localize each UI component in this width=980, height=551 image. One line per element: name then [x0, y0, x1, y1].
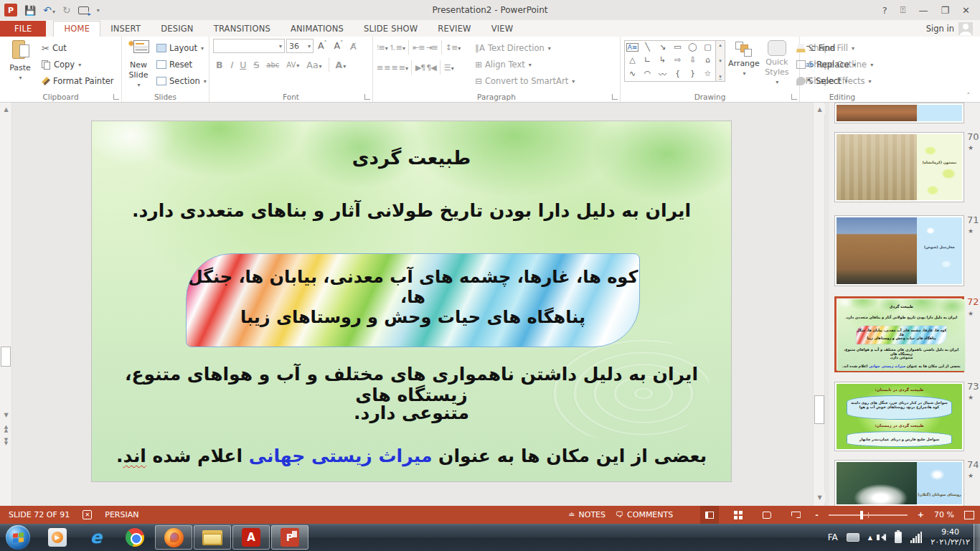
italic-button[interactable]: I	[227, 60, 236, 70]
tab-design[interactable]: DESIGN	[151, 22, 204, 37]
tab-file[interactable]: FILE	[0, 21, 46, 37]
shape-scribble-icon[interactable]: ∿	[629, 69, 636, 78]
tab-slideshow[interactable]: SLIDE SHOW	[354, 22, 428, 37]
shape-line-icon[interactable]: ╲	[645, 42, 650, 52]
zoom-slider[interactable]	[829, 514, 908, 516]
powerpoint-app-icon[interactable]: P	[4, 4, 17, 17]
font-color-button[interactable]: A▾	[333, 60, 349, 70]
battery-icon[interactable]	[895, 532, 902, 543]
thumbnails-scrollbar-thumb[interactable]	[814, 395, 824, 424]
strikethrough-button[interactable]: S	[250, 60, 262, 70]
quick-styles-button[interactable]: Quick Styles▾	[763, 39, 791, 90]
shrink-font-button[interactable]: A˅	[331, 40, 347, 51]
cut-button[interactable]: ✂Cut	[39, 40, 116, 56]
slide-thumbnail-72-selected[interactable]: طبیعت گردی ایران به دلیل دارا بودن تاریخ…	[834, 296, 964, 372]
spellcheck-icon[interactable]: ✕	[83, 510, 92, 519]
shape-arrow-icon[interactable]: ↘	[659, 42, 666, 52]
shape-down-arrow-icon[interactable]: ⇩	[689, 55, 696, 65]
thumbnails-scroll-down-icon[interactable]: ▼	[814, 492, 825, 503]
taskbar-media-player-button[interactable]: ▶	[39, 525, 76, 550]
show-desktop-button[interactable]	[974, 524, 980, 551]
close-button[interactable]: ✕	[962, 5, 970, 16]
slide-thumbnail-73[interactable]: طبیعت گردی در تابستان: سواحل شمال در کنا…	[834, 382, 964, 451]
bold-button[interactable]: B	[213, 60, 226, 70]
columns-icon[interactable]: ☰▾	[444, 63, 453, 72]
align-text-button[interactable]: ⊞Align Text▾	[473, 57, 577, 72]
user-avatar[interactable]	[958, 22, 973, 35]
zoom-slider-thumb[interactable]	[860, 511, 863, 519]
taskbar-firefox-button[interactable]	[155, 525, 192, 550]
justify-icon[interactable]: ≡▾	[399, 63, 407, 72]
subscript-abc-button[interactable]: abc	[263, 61, 282, 69]
decrease-indent-icon[interactable]: ⇤≡	[413, 43, 424, 52]
shape-right-arrow-icon[interactable]: ⇨	[674, 55, 681, 65]
section-button[interactable]: Section▾	[154, 73, 209, 89]
align-left-icon[interactable]: ≡	[377, 63, 382, 72]
numbering-icon[interactable]: ⒈≡▾	[389, 42, 405, 53]
slide-thumbnail-69[interactable]	[834, 103, 964, 123]
ribbon-display-options-icon[interactable]: ⍐	[900, 4, 906, 16]
shape-textbox-icon[interactable]: A≡	[626, 43, 639, 52]
normal-view-button[interactable]	[700, 506, 719, 524]
scroll-down-icon[interactable]: ▼	[1, 410, 11, 420]
start-button[interactable]	[6, 525, 30, 550]
fit-slide-to-window-icon[interactable]	[964, 511, 974, 519]
zoom-level[interactable]: 70 %	[934, 510, 954, 519]
shape-right-brace-icon[interactable]: }	[690, 69, 695, 78]
next-slide-icon[interactable]: ▼▼	[1, 437, 11, 448]
paste-button[interactable]: Paste▾	[4, 39, 37, 90]
tab-view[interactable]: VIEW	[481, 22, 524, 37]
line-spacing-icon[interactable]: ↕≡▾	[446, 43, 460, 52]
comments-button[interactable]: 🗨COMMENTS	[616, 510, 673, 519]
slideshow-view-button[interactable]	[786, 506, 805, 524]
slide-body-line2[interactable]: ایران به دلیل داشتن ناهمواری های مختلف و…	[92, 364, 731, 405]
notes-button[interactable]: ≐NOTES	[568, 510, 606, 519]
previous-slide-icon[interactable]: ▲▲	[1, 424, 11, 435]
tab-animations[interactable]: ANIMATIONS	[281, 22, 354, 37]
new-slide-button[interactable]: ✸ New Slide▾	[126, 39, 151, 90]
shape-curve-icon[interactable]: 〰	[659, 68, 666, 80]
taskbar-file-explorer-button[interactable]	[194, 525, 231, 550]
tab-insert[interactable]: INSERT	[100, 22, 151, 37]
show-hidden-icons-icon[interactable]: ▲	[868, 534, 872, 541]
paste-dropdown-icon[interactable]: ▾	[19, 75, 22, 81]
shapes-more-icon[interactable]: ▾̲	[719, 74, 722, 80]
scroll-up-icon[interactable]: ▲	[1, 104, 11, 115]
zoom-in-button[interactable]: +	[918, 510, 924, 519]
language-indicator[interactable]: PERSIAN	[105, 510, 138, 519]
volume-icon[interactable]	[881, 534, 886, 541]
clock[interactable]: 9:40 ۲۰۲۱/۲۲/۱۲	[930, 527, 970, 548]
shapes-gallery[interactable]: A≡ ╲ ↘ ▭ ◯ ▢ △ ∟ ↳ ⇨ ⇩ ⌂ ∿ ◠ 〰 { }	[624, 40, 716, 82]
shapes-scroll-down-icon[interactable]: ▾	[719, 58, 722, 64]
slide-thumbnail-74[interactable]: روستای سوباتان (گیلان)	[834, 460, 964, 506]
shape-elbow-icon[interactable]: ∟	[644, 55, 651, 65]
convert-smartart-button[interactable]: ⊟Convert to SmartArt▾	[473, 73, 577, 89]
customize-qat-icon[interactable]: ▾	[97, 7, 100, 14]
replace-button[interactable]: abReplace▾	[804, 57, 858, 72]
copy-button[interactable]: Copy▾	[39, 57, 116, 72]
undo-icon[interactable]: ↶▾	[43, 4, 55, 16]
slide-sorter-view-button[interactable]	[729, 506, 748, 524]
taskbar-internet-explorer-button[interactable]: e	[77, 525, 115, 550]
bullets-icon[interactable]: ⁝≡▾	[377, 43, 387, 52]
shape-left-brace-icon[interactable]: {	[675, 69, 680, 78]
slide-canvas[interactable]: طبیعت گردی ایران به دلیل دارا بودن تاریخ…	[91, 121, 732, 482]
slide-title[interactable]: طبیعت گردی	[92, 147, 731, 169]
minimize-button[interactable]: —	[918, 5, 928, 16]
network-signal-icon[interactable]	[910, 532, 923, 543]
tab-home[interactable]: HOME	[53, 21, 100, 37]
shapes-scroll-up-icon[interactable]: ▴	[719, 42, 722, 48]
reading-view-button[interactable]	[758, 506, 776, 524]
select-button[interactable]: ⇱Select▾	[804, 73, 858, 89]
find-button[interactable]: ⌥Find	[804, 40, 858, 56]
shape-freeform-icon[interactable]: ⌂	[705, 55, 710, 65]
thumbnails-scrollbar[interactable]: ▲ ▼	[813, 103, 825, 506]
font-name-combo[interactable]: ▾	[213, 39, 285, 53]
slide-body-line3[interactable]: بعضی از این مکان ها به عنوان میراث زیستی…	[92, 446, 731, 466]
font-dialog-launcher[interactable]	[364, 94, 370, 100]
shape-oval-icon[interactable]: ◯	[688, 42, 697, 52]
character-spacing-button[interactable]: AV▾	[283, 61, 302, 69]
reset-button[interactable]: Reset	[154, 57, 209, 72]
increase-indent-icon[interactable]: ⇥≡	[425, 43, 437, 52]
zoom-out-button[interactable]: -	[815, 510, 819, 519]
